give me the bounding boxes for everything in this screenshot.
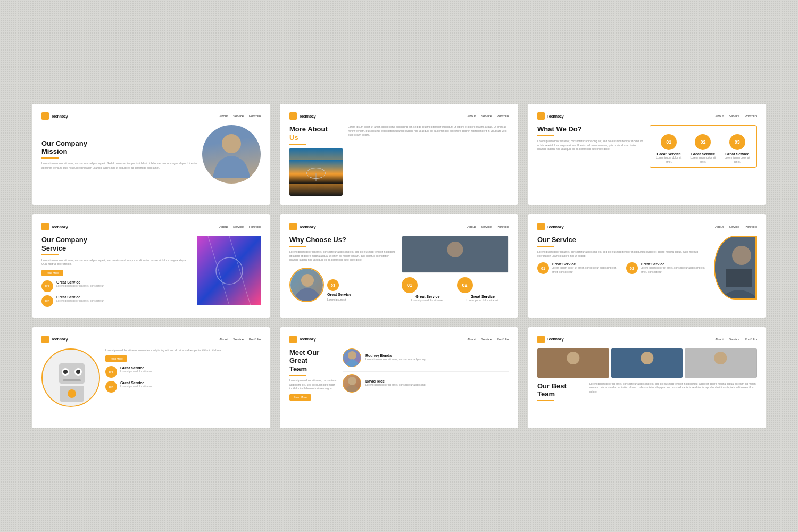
nav-bar-5: Technozy About Service Portfolio bbox=[289, 223, 509, 230]
slide4-service-2: 02 Great Service Lorem ipsum dolor sit a… bbox=[41, 295, 193, 307]
logo-icon-3 bbox=[537, 112, 545, 120]
nav-portfolio-3[interactable]: Portfolio bbox=[745, 114, 757, 118]
slide5-service-1: 01 Great Service Lorem ipsum dolor sit a… bbox=[402, 277, 454, 303]
nav-about-5[interactable]: About bbox=[467, 225, 476, 228]
nav-bar-3: Technozy About Service Portfolio bbox=[537, 112, 757, 120]
slide5-services: 01 Great Service Lorem ipsum dolor sit a… bbox=[402, 277, 509, 303]
slide9-underline bbox=[537, 400, 554, 401]
slide2-left: More AboutUs bbox=[289, 125, 343, 195]
nav-about-1[interactable]: About bbox=[219, 114, 228, 118]
logo-8: Technozy bbox=[289, 336, 316, 343]
service-title-3-s3: Great Service bbox=[725, 152, 749, 156]
nav-links-1: About Service Portfolio bbox=[219, 114, 261, 118]
nav-links-2: About Service Portfolio bbox=[467, 114, 509, 118]
nav-portfolio-5[interactable]: Portfolio bbox=[497, 225, 509, 228]
nav-portfolio-8[interactable]: Portfolio bbox=[497, 338, 509, 341]
svg-rect-21 bbox=[63, 379, 81, 381]
nav-service-1[interactable]: Service bbox=[233, 114, 244, 118]
slide6-body: Lorem ipsum dolor sit amet, consectetur … bbox=[537, 250, 710, 258]
logo-text-2: Technozy bbox=[299, 114, 316, 118]
slide4-underline bbox=[41, 254, 59, 255]
slide8-btn[interactable]: Read More bbox=[289, 394, 311, 401]
logo-5: Technozy bbox=[289, 223, 316, 230]
slide-grid: Technozy About Service Portfolio Our Com… bbox=[32, 104, 766, 428]
nav-portfolio-1[interactable]: Portfolio bbox=[249, 114, 261, 118]
slide6-service-text-2: Great Service Lorem ipsum dolor sit amet… bbox=[641, 262, 710, 274]
nav-portfolio-6[interactable]: Portfolio bbox=[745, 225, 757, 228]
slide4-content: Our CompanyService Lorem ipsum dolor sit… bbox=[41, 236, 261, 310]
svg-point-31 bbox=[714, 352, 727, 364]
nav-service-6[interactable]: Service bbox=[729, 225, 739, 228]
svg-rect-5 bbox=[197, 236, 261, 305]
badge-02-s6: 02 bbox=[626, 262, 638, 274]
nav-service-2[interactable]: Service bbox=[481, 114, 492, 118]
member-avatar-2 bbox=[343, 374, 361, 393]
slide5-photo bbox=[290, 269, 323, 301]
slide4-btn[interactable]: Read More bbox=[41, 270, 63, 276]
team-photo-2 bbox=[611, 348, 683, 378]
nav-about-9[interactable]: About bbox=[715, 338, 724, 341]
s5-svc2-title: Great Service bbox=[457, 295, 509, 298]
logo-3: Technozy bbox=[537, 112, 564, 120]
slide3-left: What We Do? Lorem ipsum dolor sit amet, … bbox=[537, 125, 644, 168]
nav-portfolio-2[interactable]: Portfolio bbox=[497, 114, 509, 118]
slide7-left bbox=[41, 348, 100, 407]
slide-6: Technozy About Service Portfolio Our Ser… bbox=[528, 214, 766, 317]
nav-portfolio-7[interactable]: Portfolio bbox=[249, 338, 261, 341]
service-title-1-s4: Great Service bbox=[56, 280, 104, 284]
slide3-service-1: 01 Great Service Lorem ipsum dolor sit a… bbox=[654, 134, 683, 164]
slide1-body: Lorem ipsum dolor sit amet, consectetur … bbox=[41, 162, 197, 170]
service-desc-2-s4: Lorem ipsum dolor sit amet, consectetur. bbox=[56, 299, 104, 303]
slide7-service-text-2: Great Service Lorem ipsum dolor sit amet… bbox=[120, 381, 153, 388]
slide4-service-text-2: Great Service Lorem ipsum dolor sit amet… bbox=[56, 295, 104, 303]
slide7-content: Lorem ipsum dolor sit amet consectetur a… bbox=[41, 348, 261, 407]
service-desc-3-s3: Lorem ipsum dolor sit amet. bbox=[723, 156, 752, 164]
slide2-title: More AboutUs bbox=[289, 125, 343, 142]
nav-about-2[interactable]: About bbox=[467, 114, 476, 118]
nav-about-7[interactable]: About bbox=[219, 338, 228, 341]
nav-about-8[interactable]: About bbox=[467, 338, 476, 341]
slide5-know-more-btn[interactable]: Know More bbox=[320, 268, 324, 272]
team-photo-1 bbox=[537, 348, 609, 378]
slide6-left: Our Service Lorem ipsum dolor sit amet, … bbox=[537, 236, 710, 300]
person-photo bbox=[202, 125, 261, 184]
nav-bar-9: Technozy About Service Portfolio bbox=[537, 336, 757, 343]
logo-text-5: Technozy bbox=[299, 225, 316, 229]
s7-svc1-title: Great Service bbox=[120, 366, 153, 370]
slide7-btn[interactable]: Read More bbox=[105, 355, 127, 362]
slide-5: Technozy About Service Portfolio Why Cho… bbox=[280, 214, 518, 317]
svg-point-0 bbox=[222, 134, 241, 153]
nav-service-3[interactable]: Service bbox=[729, 114, 739, 118]
nav-service-4[interactable]: Service bbox=[233, 225, 244, 228]
slide9-right: Lorem ipsum dolor sit amet, consectetur … bbox=[589, 382, 757, 394]
nav-about-6[interactable]: About bbox=[715, 225, 724, 228]
slide-8: Technozy About Service Portfolio Meet Ou… bbox=[280, 327, 518, 428]
slide3-services: 01 Great Service Lorem ipsum dolor sit a… bbox=[654, 134, 752, 164]
nav-portfolio-4[interactable]: Portfolio bbox=[249, 225, 261, 228]
slide-9: Technozy About Service Portfolio Our Bes… bbox=[528, 327, 766, 428]
logo-icon-5 bbox=[289, 223, 297, 230]
nav-service-8[interactable]: Service bbox=[481, 338, 492, 341]
svg-point-13 bbox=[732, 246, 751, 265]
nav-about-4[interactable]: About bbox=[219, 225, 228, 228]
s7-svc1-desc: Lorem ipsum dolor sit amet. bbox=[120, 370, 153, 373]
logo-1: Technozy bbox=[41, 112, 68, 120]
logo-icon-2 bbox=[289, 112, 297, 120]
service-title-1-s3: Great Service bbox=[657, 152, 681, 156]
logo-icon-8 bbox=[289, 336, 297, 343]
slide9-bottom: Our Best Team Lorem ipsum dolor sit amet… bbox=[537, 382, 757, 404]
nav-service-9[interactable]: Service bbox=[729, 338, 739, 341]
nav-portfolio-9[interactable]: Portfolio bbox=[745, 338, 757, 341]
slide1-title: Our CompanyMission bbox=[41, 139, 197, 156]
nav-about-3[interactable]: About bbox=[715, 114, 724, 118]
slide4-right bbox=[197, 236, 261, 310]
s6-svc1-title: Great Service bbox=[552, 262, 621, 266]
s5-svc1-desc: Lorem ipsum dolor sit amet. bbox=[402, 298, 454, 303]
svg-rect-12 bbox=[715, 237, 757, 300]
badge-01-s3: 01 bbox=[661, 134, 677, 150]
slide3-body: Lorem ipsum dolor sit amet, consectetur … bbox=[537, 139, 644, 152]
nav-service-7[interactable]: Service bbox=[233, 338, 244, 341]
nav-service-5[interactable]: Service bbox=[481, 225, 492, 228]
logo-text-6: Technozy bbox=[547, 225, 564, 229]
nav-bar-4: Technozy About Service Portfolio bbox=[41, 223, 261, 230]
